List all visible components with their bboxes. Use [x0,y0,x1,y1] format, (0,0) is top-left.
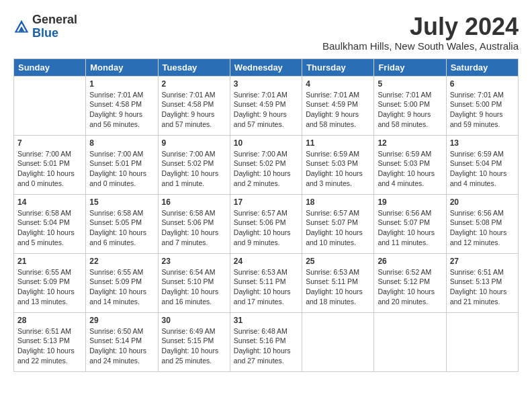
day-info: Sunrise: 7:01 AMSunset: 5:00 PMDaylight:… [378,90,442,130]
day-info: Sunrise: 6:53 AMSunset: 5:11 PMDaylight:… [306,267,370,307]
daylight-label: Daylight: 10 hours and 18 minutes. [306,287,363,306]
day-number: 2 [162,79,226,89]
table-row: 27Sunrise: 6:51 AMSunset: 5:13 PMDayligh… [446,253,518,312]
table-row: 5Sunrise: 7:01 AMSunset: 5:00 PMDaylight… [374,76,446,135]
day-info: Sunrise: 7:00 AMSunset: 5:02 PMDaylight:… [234,149,298,189]
table-row [14,76,86,135]
day-info: Sunrise: 7:01 AMSunset: 4:58 PMDaylight:… [162,90,226,130]
sunrise-label: Sunrise: 7:01 AM [162,91,216,99]
day-number: 12 [378,138,442,148]
day-number: 28 [17,316,82,325]
day-info: Sunrise: 6:57 AMSunset: 5:06 PMDaylight:… [234,208,298,248]
sunrise-label: Sunrise: 6:58 AM [162,209,216,217]
day-number: 5 [378,79,442,89]
sunset-label: Sunset: 5:11 PM [306,277,358,285]
sunset-label: Sunset: 5:00 PM [378,100,430,108]
day-number: 22 [89,257,154,266]
table-row: 28Sunrise: 6:51 AMSunset: 5:13 PMDayligh… [14,312,86,371]
sunset-label: Sunset: 5:12 PM [378,277,430,285]
day-info: Sunrise: 6:51 AMSunset: 5:13 PMDaylight:… [450,267,515,307]
day-number: 27 [450,257,515,266]
sunrise-label: Sunrise: 6:51 AM [17,327,71,335]
day-number: 1 [89,79,154,89]
sunrise-label: Sunrise: 6:51 AM [450,268,504,276]
sunset-label: Sunset: 5:02 PM [234,159,286,167]
table-row: 12Sunrise: 6:59 AMSunset: 5:03 PMDayligh… [374,135,446,194]
daylight-label: Daylight: 10 hours and 6 minutes. [89,228,146,246]
daylight-label: Daylight: 9 hours and 57 minutes. [162,110,215,128]
sunrise-label: Sunrise: 6:59 AM [378,150,431,158]
sunset-label: Sunset: 5:03 PM [306,159,358,167]
sunrise-label: Sunrise: 6:53 AM [306,268,359,276]
calendar-week-5: 28Sunrise: 6:51 AMSunset: 5:13 PMDayligh… [14,312,519,371]
sunrise-label: Sunrise: 6:48 AM [234,327,287,335]
day-info: Sunrise: 7:01 AMSunset: 4:59 PMDaylight:… [234,90,298,130]
day-number: 10 [234,138,298,148]
sunrise-label: Sunrise: 6:54 AM [162,268,216,276]
month-year-title: July 2024 [322,13,519,40]
sunrise-label: Sunrise: 6:56 AM [378,209,431,217]
daylight-label: Daylight: 10 hours and 22 minutes. [17,347,75,365]
sunrise-label: Sunrise: 7:00 AM [162,150,216,158]
col-thursday: Thursday [302,58,374,76]
table-row: 23Sunrise: 6:54 AMSunset: 5:10 PMDayligh… [158,253,230,312]
sunset-label: Sunset: 5:08 PM [450,218,502,226]
daylight-label: Daylight: 9 hours and 56 minutes. [89,110,142,128]
day-info: Sunrise: 6:49 AMSunset: 5:15 PMDaylight:… [162,326,226,366]
table-row: 2Sunrise: 7:01 AMSunset: 4:58 PMDaylight… [158,76,230,135]
sunset-label: Sunset: 5:09 PM [17,277,70,285]
day-number: 19 [378,197,442,207]
day-info: Sunrise: 7:01 AMSunset: 4:58 PMDaylight:… [89,90,154,130]
table-row: 30Sunrise: 6:49 AMSunset: 5:15 PMDayligh… [158,312,230,371]
table-row [446,312,518,371]
col-friday: Friday [374,58,446,76]
sunset-label: Sunset: 5:02 PM [162,159,214,167]
daylight-label: Daylight: 10 hours and 14 minutes. [89,287,146,306]
daylight-label: Daylight: 10 hours and 4 minutes. [378,169,435,187]
calendar-week-1: 1Sunrise: 7:01 AMSunset: 4:58 PMDaylight… [14,76,519,135]
day-info: Sunrise: 7:00 AMSunset: 5:01 PMDaylight:… [17,149,82,189]
day-info: Sunrise: 6:55 AMSunset: 5:09 PMDaylight:… [17,267,82,307]
sunset-label: Sunset: 5:07 PM [378,218,430,226]
sunset-label: Sunset: 5:05 PM [89,218,142,226]
day-number: 7 [17,138,82,148]
day-number: 3 [234,79,298,89]
daylight-label: Daylight: 10 hours and 24 minutes. [89,347,146,365]
day-info: Sunrise: 6:58 AMSunset: 5:05 PMDaylight:… [89,208,154,248]
title-block: July 2024 Baulkham Hills, New South Wale… [322,13,519,52]
calendar-header-row: Sunday Monday Tuesday Wednesday Thursday… [14,58,519,76]
day-info: Sunrise: 6:48 AMSunset: 5:16 PMDaylight:… [234,326,298,366]
day-info: Sunrise: 7:01 AMSunset: 4:59 PMDaylight:… [306,90,370,130]
daylight-label: Daylight: 10 hours and 5 minutes. [17,228,75,246]
col-saturday: Saturday [446,58,518,76]
day-number: 15 [89,197,154,207]
table-row: 19Sunrise: 6:56 AMSunset: 5:07 PMDayligh… [374,194,446,253]
table-row: 22Sunrise: 6:55 AMSunset: 5:09 PMDayligh… [86,253,158,312]
col-wednesday: Wednesday [230,58,302,76]
table-row: 8Sunrise: 7:00 AMSunset: 5:01 PMDaylight… [86,135,158,194]
daylight-label: Daylight: 10 hours and 2 minutes. [234,169,291,187]
day-number: 14 [17,197,82,207]
day-info: Sunrise: 6:59 AMSunset: 5:04 PMDaylight:… [450,149,515,189]
sunset-label: Sunset: 5:04 PM [450,159,502,167]
sunrise-label: Sunrise: 6:58 AM [17,209,71,217]
table-row: 14Sunrise: 6:58 AMSunset: 5:04 PMDayligh… [14,194,86,253]
day-number: 8 [89,138,154,148]
location-subtitle: Baulkham Hills, New South Wales, Austral… [322,40,519,52]
day-number: 20 [450,197,515,207]
daylight-label: Daylight: 10 hours and 25 minutes. [162,347,219,365]
table-row: 7Sunrise: 7:00 AMSunset: 5:01 PMDaylight… [14,135,86,194]
daylight-label: Daylight: 10 hours and 20 minutes. [378,287,435,306]
table-row [374,312,446,371]
sunset-label: Sunset: 4:58 PM [89,100,142,108]
calendar-table: Sunday Monday Tuesday Wednesday Thursday… [13,58,519,372]
day-number: 29 [89,316,154,325]
sunrise-label: Sunrise: 7:01 AM [89,91,143,99]
day-number: 13 [450,138,515,148]
day-info: Sunrise: 7:00 AMSunset: 5:02 PMDaylight:… [162,149,226,189]
sunrise-label: Sunrise: 6:49 AM [162,327,216,335]
day-info: Sunrise: 6:52 AMSunset: 5:12 PMDaylight:… [378,267,442,307]
col-tuesday: Tuesday [158,58,230,76]
day-info: Sunrise: 6:59 AMSunset: 5:03 PMDaylight:… [306,149,370,189]
day-info: Sunrise: 6:56 AMSunset: 5:07 PMDaylight:… [378,208,442,248]
